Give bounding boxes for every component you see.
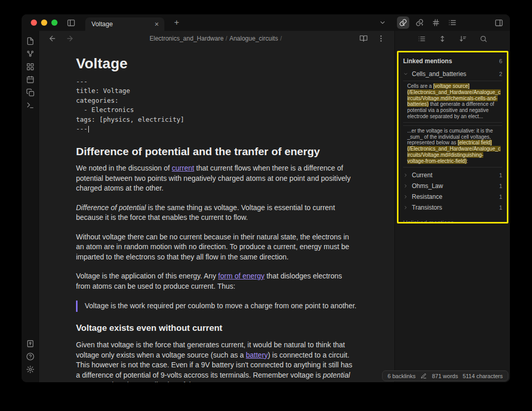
editor-content[interactable]: Voltage --- title: Voltage categories: -… bbox=[76, 46, 357, 382]
linked-mentions-header[interactable]: Linked mentions 6 bbox=[403, 57, 502, 69]
graph-icon[interactable] bbox=[24, 48, 36, 60]
paragraph: Without voltage there can be no current … bbox=[76, 232, 357, 263]
zoom-window-button[interactable] bbox=[51, 20, 58, 26]
right-sidebar: Linked mentions 6 Cells_and_batteries 2 … bbox=[394, 31, 510, 382]
tab-close-icon[interactable]: ✕ bbox=[152, 20, 161, 29]
pane-header: Electronics_and_Hardware/Analogue_circui… bbox=[39, 31, 394, 46]
text-cursor bbox=[88, 126, 89, 133]
chevron-right-icon[interactable] bbox=[403, 194, 408, 199]
titlebar: Voltage ✕ + bbox=[22, 14, 510, 31]
nav-arrows bbox=[46, 32, 76, 45]
backlinks-icon[interactable] bbox=[397, 16, 409, 29]
paragraph: Given that voltage is the force that gen… bbox=[76, 340, 357, 382]
templates-icon[interactable] bbox=[24, 86, 36, 99]
note-icon[interactable] bbox=[24, 35, 36, 47]
edit-pencil-icon bbox=[420, 372, 427, 380]
minimize-window-button[interactable] bbox=[41, 20, 47, 26]
frontmatter-line: tags: [physics, electricity] bbox=[76, 115, 357, 125]
breadcrumb-separator: / bbox=[223, 35, 229, 42]
close-window-button[interactable] bbox=[31, 20, 37, 26]
outgoing-links-icon[interactable] bbox=[413, 16, 426, 29]
expand-collapse-icon[interactable] bbox=[436, 32, 448, 45]
calendar-icon[interactable] bbox=[24, 73, 36, 86]
frontmatter-line: - Electronics bbox=[76, 105, 357, 115]
outline-icon[interactable] bbox=[446, 16, 459, 29]
backlink-result[interactable]: ...er the voltage is cumulative: it is t… bbox=[403, 125, 502, 167]
back-icon[interactable] bbox=[46, 32, 59, 45]
settings-icon[interactable] bbox=[24, 363, 36, 376]
backlink-group-transistors[interactable]: Transistors 1 bbox=[403, 202, 502, 213]
backlink-result[interactable]: Cells are a [voltage source](/Electronic… bbox=[403, 81, 502, 123]
chevron-right-icon[interactable] bbox=[403, 173, 408, 178]
backlink-group-current[interactable]: Current 1 bbox=[403, 170, 502, 181]
sidebar-left-toggle-icon[interactable] bbox=[65, 16, 77, 29]
backlink-group-cells-and-batteries[interactable]: Cells_and_batteries 2 bbox=[403, 69, 502, 80]
show-context-icon[interactable] bbox=[415, 32, 428, 45]
emphasis-text: Difference of potential bbox=[76, 203, 146, 212]
new-tab-button[interactable]: + bbox=[170, 16, 183, 29]
unlinked-mentions-header[interactable]: Unlinked mentions bbox=[403, 213, 502, 223]
toolbar-icon-group bbox=[397, 16, 459, 29]
backlinks-panel-header bbox=[395, 31, 510, 46]
chevron-right-icon[interactable] bbox=[403, 205, 408, 210]
help-icon[interactable] bbox=[24, 350, 36, 363]
backlinks-count: 6 backlinks bbox=[388, 373, 415, 379]
canvas-icon[interactable] bbox=[24, 61, 36, 73]
editor-scroll-area[interactable]: Voltage --- title: Voltage categories: -… bbox=[39, 46, 394, 382]
internal-link-battery[interactable]: battery bbox=[246, 351, 268, 359]
backlink-group-resistance[interactable]: Resistance 1 bbox=[403, 192, 502, 202]
chevron-right-icon[interactable] bbox=[403, 183, 408, 189]
character-count: 5114 characters bbox=[463, 373, 503, 379]
section-heading: Difference of potential and the tranfer … bbox=[76, 146, 357, 157]
tabs-dropdown-icon[interactable] bbox=[376, 16, 389, 29]
sidebar-right-toggle-icon[interactable] bbox=[492, 16, 505, 29]
tags-icon[interactable] bbox=[430, 16, 442, 29]
chevron-down-icon[interactable] bbox=[403, 71, 408, 77]
frontmatter-line: title: Voltage bbox=[76, 86, 357, 96]
section-heading: Voltage exists even without current bbox=[76, 323, 357, 333]
breadcrumb-separator: / bbox=[278, 35, 283, 42]
linked-mentions-count: 6 bbox=[499, 58, 502, 64]
backlink-group-ohms-law[interactable]: Ohms_Law 1 bbox=[403, 181, 502, 192]
frontmatter-line: categories: bbox=[76, 96, 357, 106]
frontmatter-line: --- bbox=[76, 124, 357, 134]
status-bar: 6 backlinks 871 words 5114 characters bbox=[382, 370, 508, 381]
reading-view-icon[interactable] bbox=[357, 32, 370, 45]
internal-link-current[interactable]: current bbox=[172, 164, 195, 172]
terminal-icon[interactable] bbox=[24, 99, 36, 111]
blockquote: Voltage is the work required per coulomb… bbox=[76, 301, 357, 312]
paragraph: We noted in the discussion of current th… bbox=[76, 163, 357, 194]
left-ribbon bbox=[22, 31, 39, 382]
search-icon[interactable] bbox=[477, 32, 489, 45]
internal-link-form-of-energy[interactable]: form of energy bbox=[218, 272, 264, 280]
pane-actions bbox=[357, 32, 387, 45]
window-controls bbox=[31, 20, 58, 26]
tab-voltage[interactable]: Voltage ✕ bbox=[85, 17, 164, 31]
tab-title: Voltage bbox=[91, 21, 152, 28]
breadcrumb-item[interactable]: Analogue_circuits bbox=[230, 35, 278, 42]
breadcrumb: Electronics_and_Hardware/Analogue_circui… bbox=[149, 35, 284, 42]
word-count: 871 words bbox=[432, 373, 458, 379]
breadcrumb-item[interactable]: Electronics_and_Hardware bbox=[149, 35, 223, 42]
sort-order-icon[interactable] bbox=[457, 32, 469, 45]
vault-switcher-icon[interactable] bbox=[24, 338, 36, 350]
editor-pane: Electronics_and_Hardware/Analogue_circui… bbox=[39, 31, 394, 382]
app-window: Voltage ✕ + bbox=[22, 14, 510, 382]
window-body: Electronics_and_Hardware/Analogue_circui… bbox=[22, 31, 510, 382]
frontmatter-block[interactable]: --- title: Voltage categories: - Electro… bbox=[76, 77, 357, 134]
frontmatter-line: --- bbox=[76, 77, 357, 87]
more-options-icon[interactable] bbox=[375, 32, 387, 45]
note-title: Voltage bbox=[76, 59, 357, 69]
paragraph: Voltage is the application of this energ… bbox=[76, 271, 357, 291]
paragraph: Difference of potential is the same thin… bbox=[76, 203, 357, 223]
backlinks-panel-highlighted: Linked mentions 6 Cells_and_batteries 2 … bbox=[397, 51, 508, 223]
forward-icon[interactable] bbox=[64, 32, 76, 45]
